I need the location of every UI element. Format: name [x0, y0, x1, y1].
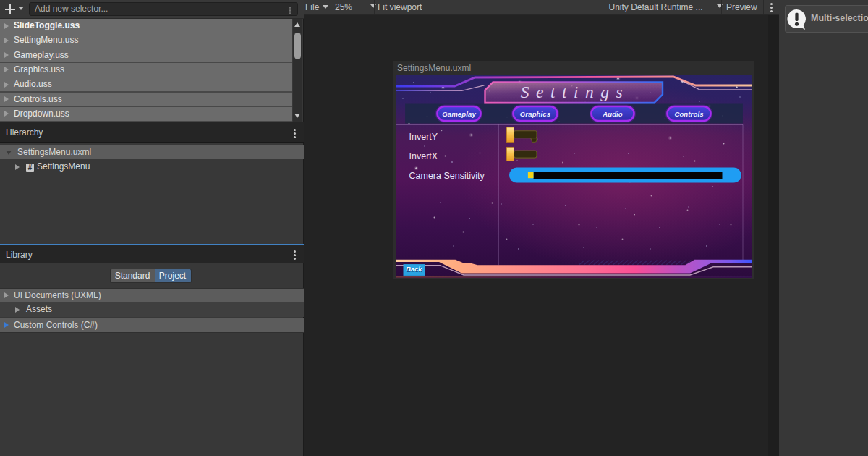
svg-text:InvertX: InvertX	[409, 151, 438, 161]
svg-text:InvertY: InvertY	[409, 132, 438, 142]
svg-text:Camera Sensitivity: Camera Sensitivity	[409, 171, 485, 181]
svg-text:Audio: Audio	[602, 109, 623, 117]
svg-text:Graphics: Graphics	[519, 109, 550, 117]
svg-text:Back: Back	[406, 266, 422, 273]
svg-text:Gameplay: Gameplay	[442, 109, 476, 117]
svg-text:Settings: Settings	[520, 83, 629, 101]
svg-text:Controls: Controls	[674, 109, 703, 117]
